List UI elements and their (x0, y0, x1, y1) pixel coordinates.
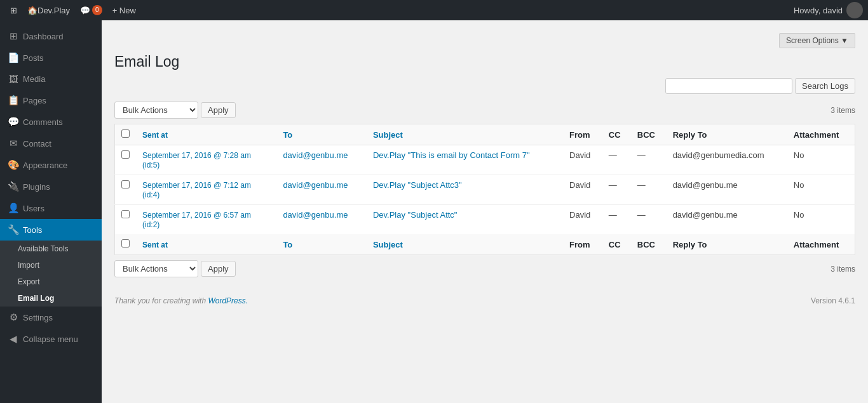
sidebar-collapse[interactable]: ◀ Collapse menu (0, 328, 102, 350)
new-content-link[interactable]: + New (107, 0, 141, 20)
row-checkbox-cell (115, 145, 137, 175)
search-logs-button[interactable]: Search Logs (795, 78, 855, 94)
to-column-footer[interactable]: To (276, 234, 367, 255)
sidebar-sub-available-tools[interactable]: Available Tools (0, 241, 102, 257)
sent-at-id-link-0[interactable]: (id:5) (142, 161, 159, 169)
wordpress-link[interactable]: WordPress. (208, 296, 248, 305)
sent-at-sort-link-footer[interactable]: Sent at (142, 241, 168, 249)
sidebar-item-label: Posts (23, 53, 44, 63)
item-count-bottom: 3 items (831, 265, 855, 274)
bulk-actions-select-bottom[interactable]: Bulk Actions Delete (114, 260, 198, 277)
sidebar-item-label: Tools (23, 225, 42, 235)
to-sort-link-footer[interactable]: To (283, 240, 292, 249)
subject-column-header[interactable]: Subject (367, 124, 563, 145)
sidebar-item-users[interactable]: 👤 Users (0, 197, 102, 219)
to-cell: david@genbu.me (276, 205, 367, 235)
apply-button-top[interactable]: Apply (201, 102, 236, 118)
sidebar-sub-export[interactable]: Export (0, 274, 102, 290)
comment-icon: 💬 (80, 6, 90, 15)
screen-options-button[interactable]: Screen Options ▼ (779, 33, 855, 48)
contact-icon: ✉ (8, 138, 19, 149)
site-name[interactable]: ⊞ (5, 0, 22, 20)
attachment-column-header: Attachment (787, 124, 855, 145)
search-area: Search Logs (114, 78, 855, 94)
page-title: Email Log (114, 53, 855, 70)
subject-link-1[interactable]: Dev.Play "Subject Attc3" (373, 180, 462, 190)
select-all-column-footer (115, 234, 137, 255)
sidebar-item-label: Contact (23, 139, 51, 149)
sidebar-item-appearance[interactable]: 🎨 Appearance (0, 154, 102, 176)
users-icon: 👤 (8, 202, 19, 214)
sidebar-item-tools[interactable]: 🔧 Tools (0, 219, 102, 241)
bulk-actions-dropdown-top[interactable]: Bulk Actions Delete (115, 102, 198, 118)
to-cell: david@genbu.me (276, 145, 367, 175)
row-checkbox-1[interactable] (121, 180, 130, 188)
item-count-top: 3 items (831, 106, 855, 115)
sidebar-item-label: Plugins (23, 182, 50, 192)
new-label: + New (112, 6, 136, 15)
subject-link-2[interactable]: Dev.Play "Subject Attc" (373, 210, 458, 220)
to-email-link-1[interactable]: david@genbu.me (283, 180, 348, 190)
sent-at-link-0[interactable]: September 17, 2016 @ 7:28 am (142, 151, 251, 160)
sent-at-column-header[interactable]: Sent at (136, 124, 276, 145)
sidebar-item-label: Pages (23, 96, 46, 105)
sidebar-sub-email-log[interactable]: Email Log (0, 290, 102, 307)
search-input[interactable] (665, 78, 792, 94)
subject-sort-link[interactable]: Subject (373, 130, 403, 140)
to-column-header[interactable]: To (276, 124, 367, 145)
sidebar-item-posts[interactable]: 📄 Posts (0, 47, 102, 69)
row-checkbox-0[interactable] (121, 150, 130, 159)
sent-at-id-link-1[interactable]: (id:4) (142, 190, 159, 199)
tablenav-top: Bulk Actions Delete Apply 3 items (114, 99, 855, 121)
apply-button-bottom[interactable]: Apply (201, 261, 236, 277)
sub-item-label: Available Tools (18, 244, 69, 253)
sidebar-item-plugins[interactable]: 🔌 Plugins (0, 176, 102, 197)
sidebar-item-dashboard[interactable]: ⊞ Dashboard (0, 25, 102, 47)
sub-item-label: Email Log (18, 294, 54, 303)
reply-to-column-footer: Reply To (667, 234, 787, 255)
sent-at-sort-link[interactable]: Sent at (142, 131, 168, 140)
comment-count: 0 (92, 5, 102, 15)
reply-to-column-header: Reply To (667, 124, 787, 145)
comments-link[interactable]: 💬 0 (75, 0, 107, 20)
to-email-link-2[interactable]: david@genbu.me (283, 210, 348, 220)
tools-submenu: Available Tools Import Export Email Log (0, 241, 102, 307)
user-menu[interactable]: Howdy, david (794, 2, 863, 18)
sidebar-item-media[interactable]: 🖼 Media (0, 69, 102, 89)
sent-at-column-footer[interactable]: Sent at (136, 234, 276, 255)
sent-at-link-2[interactable]: September 17, 2016 @ 6:57 am (142, 211, 251, 220)
subject-column-footer[interactable]: Subject (367, 234, 563, 255)
sidebar-item-settings[interactable]: ⚙ Settings (0, 307, 102, 328)
select-all-checkbox-top[interactable] (121, 129, 130, 138)
sidebar-item-label: Media (23, 74, 45, 84)
sent-at-id-link-2[interactable]: (id:2) (142, 220, 159, 229)
attachment-cell: No (787, 175, 855, 205)
subject-cell: Dev.Play "This is email by Contact Form … (367, 145, 563, 175)
row-checkbox-2[interactable] (121, 210, 130, 218)
bulk-actions-dropdown-bottom[interactable]: Bulk Actions Delete (115, 261, 198, 277)
sub-item-label: Export (18, 277, 40, 286)
tablenav-left-top: Bulk Actions Delete Apply (114, 102, 236, 119)
sidebar-item-comments[interactable]: 💬 Comments (0, 111, 102, 133)
to-sort-link[interactable]: To (283, 130, 292, 140)
subject-sort-link-footer[interactable]: Subject (373, 240, 403, 249)
sidebar-item-pages[interactable]: 📋 Pages (0, 89, 102, 111)
avatar (846, 2, 863, 18)
sidebar-sub-import[interactable]: Import (0, 257, 102, 274)
subject-cell: Dev.Play "Subject Attc3" (367, 175, 563, 205)
sent-at-cell: September 17, 2016 @ 7:12 am (id:4) (136, 175, 276, 205)
bcc-column-footer: BCC (631, 234, 667, 255)
bulk-actions-select-top[interactable]: Bulk Actions Delete (114, 102, 198, 119)
reply-to-cell: david@genbumedia.com (667, 145, 787, 175)
comments-icon: 💬 (8, 116, 19, 128)
select-all-checkbox-bottom[interactable] (121, 239, 130, 248)
bcc-cell: — (631, 205, 667, 235)
site-link[interactable]: 🏠 Dev.Play (22, 0, 75, 20)
plugins-icon: 🔌 (8, 181, 19, 192)
sidebar-item-contact[interactable]: ✉ Contact (0, 133, 102, 154)
sidebar-item-label: Appearance (23, 161, 67, 170)
subject-link-0[interactable]: Dev.Play "This is email by Contact Form … (373, 150, 530, 160)
sent-at-link-1[interactable]: September 17, 2016 @ 7:12 am (142, 181, 251, 190)
to-email-link-0[interactable]: david@genbu.me (283, 150, 348, 160)
sidebar-item-label: Settings (23, 313, 53, 322)
